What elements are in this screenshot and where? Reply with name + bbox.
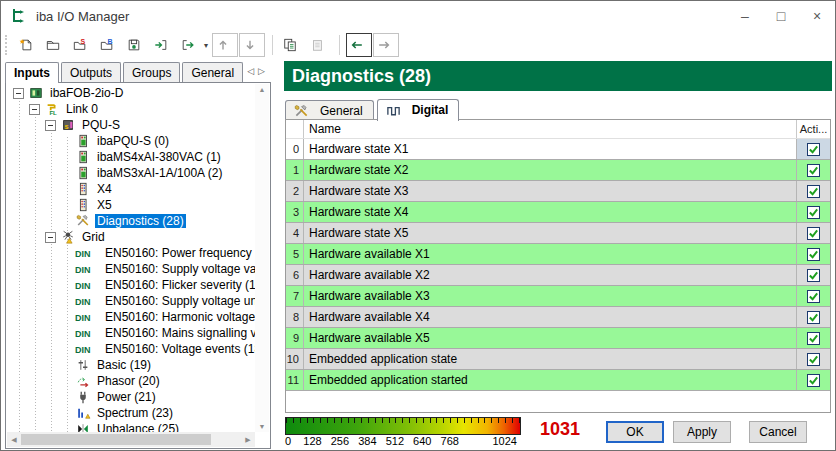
tree-item-ibams4xai-380vac-1[interactable]: ibaMS4xAI-380VAC (1) xyxy=(6,149,255,165)
scroll-right-icon[interactable]: ▶ xyxy=(241,436,255,444)
collapse-expander-icon[interactable] xyxy=(45,232,56,243)
table-row[interactable]: 9Hardware available X5 xyxy=(286,328,830,349)
tree-item-ibams3xai-1a-100a-2[interactable]: ibaMS3xAI-1A/100A (2) xyxy=(6,165,255,181)
tree-item-ibapqu-s-0[interactable]: ibaPQU-S (0) xyxy=(6,133,255,149)
active-checkbox[interactable] xyxy=(807,374,820,387)
tree-item-ibafob-2io-d[interactable]: ibaFOB-2io-D xyxy=(6,85,255,101)
table-row[interactable]: 10Embedded application state xyxy=(286,349,830,370)
tree-item-x4[interactable]: X4 xyxy=(6,181,255,197)
ok-button[interactable]: OK xyxy=(606,421,664,443)
tree-item-grid[interactable]: Grid xyxy=(6,229,255,245)
tab-outputs[interactable]: Outputs xyxy=(61,62,121,82)
active-checkbox[interactable] xyxy=(807,164,820,177)
tree-item-phasor-20[interactable]: Phasor (20) xyxy=(6,373,255,389)
table-row[interactable]: 1Hardware state X2 xyxy=(286,160,830,181)
phasor-icon xyxy=(75,374,91,388)
scroll-up-icon[interactable]: ▲ xyxy=(259,86,266,93)
active-cell xyxy=(796,181,830,201)
tab-inputs[interactable]: Inputs xyxy=(5,62,59,83)
active-checkbox[interactable] xyxy=(807,143,820,156)
tree-item-diagnostics-28[interactable]: Diagnostics (28) xyxy=(6,213,255,229)
active-cell xyxy=(796,307,830,327)
active-checkbox[interactable] xyxy=(807,332,820,345)
tab-scroll-arrows[interactable]: ◁▷ xyxy=(247,66,269,76)
scroll-down-icon[interactable]: ▼ xyxy=(259,423,266,430)
table-row[interactable]: 11Embedded application started xyxy=(286,370,830,391)
signal-name-cell[interactable]: Hardware state X2 xyxy=(303,160,796,180)
signal-name-cell[interactable]: Embedded application started xyxy=(303,370,796,390)
tree-item-en50160-harmonic-voltage-1[interactable]: DINEN50160: Harmonic voltage (1 xyxy=(6,309,255,325)
scroll-left-icon[interactable]: ◀ xyxy=(7,436,21,444)
name-column-header[interactable]: Name xyxy=(303,120,796,138)
signal-name-cell[interactable]: Hardware state X4 xyxy=(303,202,796,222)
tree-horizontal-scrollbar[interactable]: ◀ ▶ xyxy=(7,432,255,447)
table-row[interactable]: 7Hardware available X3 xyxy=(286,286,830,307)
open-file-button[interactable] xyxy=(42,33,68,57)
signal-name-cell[interactable]: Embedded application state xyxy=(303,349,796,369)
import-button[interactable] xyxy=(150,33,176,57)
signal-name-cell[interactable]: Hardware available X5 xyxy=(303,328,796,348)
collapse-expander-icon[interactable] xyxy=(45,120,56,131)
save-button[interactable] xyxy=(123,33,149,57)
tab-groups[interactable]: Groups xyxy=(123,62,180,82)
tree-item-en50160-power-frequency-1[interactable]: DINEN50160: Power frequency (1 xyxy=(6,245,255,261)
link-fl-icon: FL xyxy=(44,102,60,116)
new-configuration-button[interactable] xyxy=(15,33,41,57)
maximize-button[interactable]: □ xyxy=(763,1,799,31)
toolbar-grip[interactable] xyxy=(5,35,8,55)
copy-button[interactable] xyxy=(279,33,305,57)
tree-item-en50160-flicker-severity-14[interactable]: DINEN50160: Flicker severity (14) xyxy=(6,277,255,293)
tab-digital[interactable]: Digital xyxy=(377,99,460,121)
table-row[interactable]: 5Hardware available X1 xyxy=(286,244,830,265)
active-checkbox[interactable] xyxy=(807,185,820,198)
active-checkbox[interactable] xyxy=(807,311,820,324)
signal-name-cell[interactable]: Hardware available X1 xyxy=(303,244,796,264)
tree-item-en50160-supply-voltage-unba[interactable]: DINEN50160: Supply voltage unba xyxy=(6,293,255,309)
tree-item-x5[interactable]: X5 xyxy=(6,197,255,213)
active-checkbox[interactable] xyxy=(807,353,820,366)
active-checkbox[interactable] xyxy=(807,227,820,240)
tree-item-en50160-supply-voltage-varia[interactable]: DINEN50160: Supply voltage varia xyxy=(6,261,255,277)
active-checkbox[interactable] xyxy=(807,206,820,219)
table-row[interactable]: 3Hardware state X4 xyxy=(286,202,830,223)
collapse-expander-icon[interactable] xyxy=(29,104,40,115)
tree-item-spectrum-23[interactable]: Spectrum (23) xyxy=(6,405,255,421)
signal-name-cell[interactable]: Hardware state X5 xyxy=(303,223,796,243)
signal-name-cell[interactable]: Hardware available X2 xyxy=(303,265,796,285)
tree-item-unbalance-25[interactable]: Unbalance (25) xyxy=(6,421,255,432)
export-button[interactable] xyxy=(177,33,203,57)
signal-name-cell[interactable]: Hardware available X4 xyxy=(303,307,796,327)
dropdown-caret-icon[interactable]: ▾ xyxy=(204,41,208,50)
signal-tree: ibaFOB-2io-DFLLink 0sPQU-SibaPQU-S (0)ib… xyxy=(6,85,255,432)
tree-item-basic-19[interactable]: Basic (19) xyxy=(6,357,255,373)
active-checkbox[interactable] xyxy=(807,248,820,261)
active-checkbox[interactable] xyxy=(807,269,820,282)
tree-item-en50160-voltage-events-18[interactable]: DINEN50160: Voltage events (18) xyxy=(6,341,255,357)
cancel-button[interactable]: Cancel xyxy=(749,421,807,443)
tree-item-en50160-mains-signalling-volt[interactable]: DINEN50160: Mains signalling volt xyxy=(6,325,255,341)
signal-name-cell[interactable]: Hardware state X3 xyxy=(303,181,796,201)
open-solution-s-button[interactable]: S xyxy=(69,33,95,57)
tab-general[interactable]: General xyxy=(182,62,243,82)
minimize-button[interactable]: – xyxy=(727,1,763,31)
apply-button[interactable]: Apply xyxy=(673,421,731,443)
signal-name-cell[interactable]: Hardware state X1 xyxy=(303,139,796,159)
close-button[interactable]: × xyxy=(799,1,835,31)
signal-name-cell[interactable]: Hardware available X3 xyxy=(303,286,796,306)
tree-item-power-21[interactable]: Power (21) xyxy=(6,389,255,405)
tree-vertical-scrollbar[interactable]: ▲ ▼ xyxy=(255,84,269,432)
table-row[interactable]: 4Hardware state X5 xyxy=(286,223,830,244)
back-button[interactable] xyxy=(346,33,372,57)
collapse-expander-icon[interactable] xyxy=(13,88,24,99)
open-backup-b-button[interactable]: B xyxy=(96,33,122,57)
tab-general[interactable]: General xyxy=(285,100,374,120)
active-checkbox[interactable] xyxy=(807,290,820,303)
tree-item-pqu-s[interactable]: sPQU-S xyxy=(6,117,255,133)
table-row[interactable]: 0Hardware state X1 xyxy=(286,139,830,160)
active-column-header[interactable]: Acti... xyxy=(796,120,830,138)
table-row[interactable]: 2Hardware state X3 xyxy=(286,181,830,202)
table-row[interactable]: 6Hardware available X2 xyxy=(286,265,830,286)
scrollbar-thumb[interactable] xyxy=(21,434,211,445)
table-row[interactable]: 8Hardware available X4 xyxy=(286,307,830,328)
tree-item-link-0[interactable]: FLLink 0 xyxy=(6,101,255,117)
